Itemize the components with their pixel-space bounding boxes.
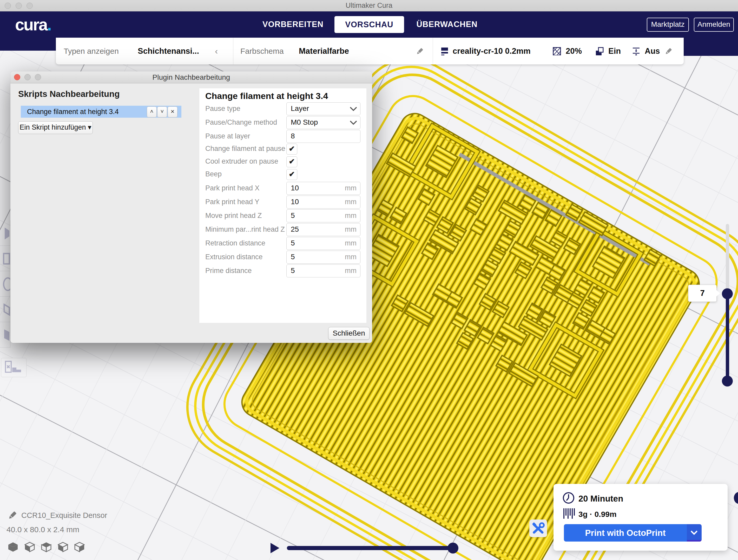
printer-profile-dropdown[interactable]: creality-cr-10 0.2mm: [453, 38, 530, 64]
rotate-tool-button[interactable]: [0, 271, 10, 297]
print-button-group: Print with OctoPrint: [564, 524, 702, 542]
field-label: Park print head Y: [205, 198, 259, 206]
script-list-item-selected[interactable]: Change filament at height 3.4 ˄ ˅ ✕: [21, 106, 181, 118]
move-script-up-button[interactable]: ˄: [147, 106, 157, 117]
window-zoom-button[interactable]: [26, 3, 33, 9]
field-value: 5: [291, 251, 295, 263]
number-field[interactable]: 25mm: [286, 223, 360, 236]
field-value: 25: [291, 223, 299, 235]
edit-print-settings-pencil-icon[interactable]: [665, 48, 673, 56]
cube-icon: [58, 542, 68, 552]
hammer-wrench-icon: [529, 520, 547, 537]
scripts-heading: Skripts Nachbearbeitung: [18, 89, 120, 99]
field-label: Retraction distance: [205, 239, 265, 247]
tab-vorbereiten[interactable]: VORBEREITEN: [263, 11, 321, 38]
support-blocker-icon: [1, 358, 26, 376]
signin-button[interactable]: Anmelden: [694, 18, 734, 32]
checkbox[interactable]: ✔: [286, 169, 297, 180]
window-close-button[interactable]: [5, 3, 11, 9]
collapse-chevron-icon[interactable]: ‹: [215, 38, 218, 64]
layer-slider-range[interactable]: [726, 294, 729, 381]
play-button[interactable]: [271, 543, 279, 553]
move-script-down-button[interactable]: ˅: [157, 106, 167, 117]
edit-view-pencil-icon[interactable]: [416, 48, 425, 56]
dialog-title: Plugin Nachbearbeitung: [10, 71, 372, 83]
window-title: Ultimaker Cura: [0, 0, 738, 11]
unit-suffix: mm: [345, 251, 357, 263]
color-scheme-dropdown[interactable]: Materialfarbe: [299, 38, 349, 64]
dialog-minimize-button[interactable]: [24, 74, 31, 80]
per-model-settings-button[interactable]: [0, 322, 10, 348]
print-with-octoprint-button[interactable]: Print with OctoPrint: [564, 524, 687, 542]
print-time-text: 20 Minuten: [579, 494, 623, 504]
dialog-titlebar[interactable]: Plugin Nachbearbeitung: [10, 71, 372, 83]
layer-slider-bottom-handle[interactable]: [722, 376, 733, 387]
checkbox[interactable]: ✔: [286, 156, 297, 167]
view-left-button[interactable]: [58, 542, 68, 553]
left-tool-column: [0, 220, 10, 348]
logo-dot: .: [47, 15, 51, 34]
script-name: Change filament at height 3.4: [27, 106, 119, 118]
field-value: 10: [291, 182, 299, 194]
layers-icon: [441, 47, 449, 55]
stage-toolbar: Typen anzeigen Schichtenansi... ‹ Farbsc…: [56, 38, 684, 64]
number-field[interactable]: 10mm: [286, 182, 360, 195]
unit-suffix: mm: [345, 237, 357, 249]
checkbox[interactable]: ✔: [286, 144, 297, 154]
remove-script-button[interactable]: ✕: [167, 106, 177, 117]
window-minimize-button[interactable]: [16, 3, 22, 9]
path-slider-track[interactable]: [287, 546, 458, 550]
field-label: Prime distance: [205, 267, 252, 275]
dialog-close-button[interactable]: [14, 74, 20, 80]
path-slider-handle[interactable]: [447, 543, 458, 554]
number-field[interactable]: 10mm: [286, 195, 360, 208]
chevron-down-icon: [350, 121, 357, 125]
number-field[interactable]: 8: [286, 130, 360, 143]
field-label: Beep: [205, 170, 222, 178]
number-field[interactable]: 5mm: [286, 209, 360, 222]
tab-ueberwachen[interactable]: ÜBERWACHEN: [416, 11, 478, 38]
print-summary-card: 20 Minuten i 3g · 0.99m Print with OctoP…: [554, 484, 728, 551]
marketplace-button[interactable]: Marktplatz: [647, 18, 689, 32]
field-label: Pause/Change method: [205, 118, 277, 126]
infill-value[interactable]: 20%: [566, 38, 582, 64]
adhesion-value[interactable]: Aus: [645, 38, 660, 64]
dialog-zoom-button[interactable]: [35, 74, 41, 80]
scale-tool-button[interactable]: [0, 246, 10, 271]
close-dialog-button[interactable]: Schließen: [328, 327, 370, 340]
unit-suffix: mm: [345, 196, 357, 208]
tab-vorschau[interactable]: VORSCHAU: [334, 16, 404, 33]
info-icon[interactable]: i: [733, 492, 738, 504]
view-top-button[interactable]: [41, 542, 51, 553]
mirror-tool-button[interactable]: [0, 297, 10, 322]
dropdown-field[interactable]: M0 Stop: [286, 116, 360, 129]
chevron-down-icon: [350, 107, 357, 111]
dropdown-field[interactable]: Layer: [286, 102, 360, 115]
unit-suffix: mm: [345, 209, 357, 221]
move-tool-button[interactable]: [0, 220, 10, 246]
field-label: Cool extruder on pause: [205, 157, 278, 165]
add-script-dropdown-button[interactable]: Ein Skript hinzufügen ▾: [18, 121, 93, 134]
view-front-button[interactable]: [24, 542, 35, 553]
rename-pencil-icon[interactable]: [7, 510, 18, 521]
print-options-dropdown-button[interactable]: [687, 524, 702, 542]
cube-icon: [41, 542, 51, 552]
layer-slider-top-handle[interactable]: [722, 288, 733, 299]
field-label: Move print head Z: [205, 212, 262, 220]
macos-titlebar: Ultimaker Cura: [0, 0, 738, 11]
script-settings-form: Change filament at height 3.4 Pause type…: [199, 88, 366, 323]
unit-suffix: mm: [345, 223, 357, 235]
field-value: Layer: [291, 103, 309, 114]
view-type-dropdown[interactable]: Schichtenansi...: [138, 38, 199, 64]
view-right-button[interactable]: [74, 542, 85, 553]
print-settings-tools-button[interactable]: [529, 520, 547, 537]
support-value[interactable]: Ein: [608, 38, 621, 64]
number-field[interactable]: 5mm: [286, 264, 360, 277]
number-field[interactable]: 5mm: [286, 251, 360, 263]
layer-slider-track[interactable]: [726, 224, 729, 296]
view-3d-button[interactable]: [8, 542, 18, 553]
number-field[interactable]: 5mm: [286, 237, 360, 250]
object-dimensions-text: 40.0 x 80.0 x 2.4 mm: [6, 525, 79, 534]
support-blocker-button[interactable]: [1, 358, 26, 377]
cube-icon: [74, 542, 85, 552]
